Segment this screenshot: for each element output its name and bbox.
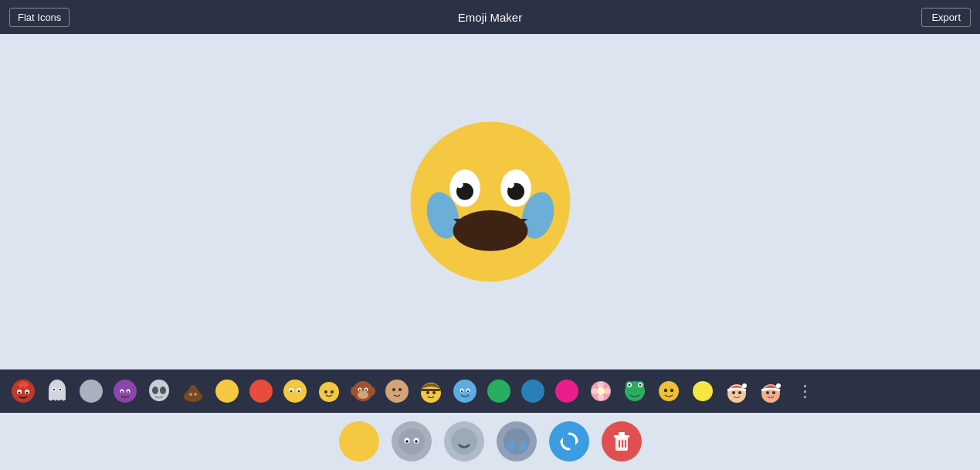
svg-point-46 — [290, 390, 293, 393]
icon-item-skin[interactable] — [381, 375, 413, 407]
svg-point-47 — [298, 390, 300, 393]
icon-strip: ⋮ — [0, 370, 980, 413]
icon-item-monkey[interactable] — [347, 375, 379, 407]
icon-item-bell[interactable] — [653, 375, 685, 407]
svg-point-59 — [359, 389, 361, 390]
more-icons-button[interactable]: ⋮ — [788, 375, 821, 407]
icon-item-blue-circle[interactable] — [517, 375, 549, 407]
svg-point-22 — [80, 380, 103, 403]
svg-point-92 — [693, 381, 713, 401]
icon-item-poop[interactable] — [177, 375, 209, 407]
svg-rect-65 — [421, 389, 441, 391]
svg-point-52 — [331, 390, 334, 393]
svg-point-75 — [555, 380, 578, 403]
svg-point-99 — [766, 391, 769, 394]
icon-item-santa2[interactable] — [754, 375, 787, 407]
icon-item-ghost[interactable] — [41, 375, 73, 407]
icon-item-purple-devil[interactable] — [109, 375, 141, 407]
flat-icons-button[interactable]: Flat Icons — [9, 8, 70, 27]
icon-item-light-yellow[interactable] — [687, 375, 719, 407]
icon-item-green[interactable] — [483, 375, 515, 407]
bottom-controls — [0, 413, 980, 470]
export-button[interactable]: Export — [921, 8, 971, 27]
icon-item-yellow[interactable] — [211, 375, 243, 407]
icon-item-cat[interactable] — [313, 375, 345, 407]
app-title: Emoji Maker — [458, 11, 522, 24]
svg-point-73 — [487, 380, 510, 403]
svg-point-94 — [742, 383, 747, 388]
svg-point-67 — [432, 391, 436, 394]
svg-point-43 — [283, 380, 307, 403]
icon-item-alien[interactable] — [143, 375, 175, 407]
svg-point-78 — [598, 394, 604, 400]
svg-point-90 — [664, 389, 667, 392]
canvas-area — [0, 34, 980, 370]
svg-point-102 — [398, 428, 425, 455]
icon-item-gray[interactable] — [75, 375, 107, 407]
icon-item-yellow-face[interactable] — [279, 375, 311, 407]
svg-point-72 — [467, 390, 469, 392]
svg-point-100 — [772, 391, 775, 394]
svg-point-66 — [426, 391, 429, 394]
icon-item-cowboy[interactable] — [415, 375, 447, 407]
icon-item-red[interactable] — [245, 375, 277, 407]
svg-point-28 — [121, 391, 123, 393]
svg-point-81 — [597, 387, 605, 395]
svg-point-89 — [659, 381, 679, 401]
svg-point-91 — [670, 389, 673, 392]
svg-rect-114 — [614, 435, 629, 438]
svg-rect-115 — [619, 432, 625, 435]
svg-point-61 — [385, 380, 409, 403]
svg-point-55 — [368, 387, 375, 396]
svg-point-79 — [592, 388, 598, 394]
svg-point-63 — [398, 388, 402, 391]
svg-point-40 — [195, 393, 196, 395]
svg-point-98 — [776, 383, 781, 388]
icon-item-pink[interactable] — [551, 375, 583, 407]
svg-point-88 — [639, 384, 642, 387]
svg-point-8 — [456, 182, 463, 189]
svg-point-32 — [160, 387, 166, 394]
eyes-dots-button[interactable] — [392, 421, 432, 461]
svg-point-71 — [461, 390, 463, 392]
svg-point-23 — [114, 380, 137, 403]
svg-point-105 — [405, 440, 409, 443]
svg-point-95 — [732, 391, 735, 394]
svg-point-42 — [249, 380, 273, 403]
svg-point-31 — [152, 387, 158, 394]
svg-point-29 — [127, 391, 129, 393]
delete-button[interactable] — [602, 421, 642, 461]
svg-point-62 — [392, 388, 395, 391]
svg-point-15 — [26, 392, 29, 394]
svg-point-48 — [319, 382, 339, 402]
icon-item-flower[interactable] — [585, 375, 617, 407]
svg-point-41 — [215, 380, 239, 403]
svg-point-87 — [629, 384, 631, 387]
base-yellow-button[interactable] — [339, 421, 379, 461]
randomize-button[interactable] — [549, 421, 589, 461]
svg-point-106 — [415, 440, 418, 443]
svg-point-56 — [358, 391, 368, 399]
icon-item-demon[interactable] — [7, 375, 39, 407]
svg-rect-116 — [619, 440, 620, 448]
svg-point-39 — [190, 393, 192, 395]
icon-item-santa1[interactable] — [721, 375, 753, 407]
svg-point-101 — [346, 428, 372, 455]
header: Flat Icons Emoji Maker Export — [0, 0, 980, 34]
svg-point-77 — [598, 382, 604, 388]
svg-point-54 — [351, 387, 358, 396]
icon-item-blue[interactable] — [449, 375, 481, 407]
svg-point-36 — [190, 385, 196, 391]
svg-point-51 — [324, 390, 327, 393]
svg-point-107 — [451, 428, 477, 455]
emoji-preview — [405, 117, 575, 287]
icon-item-frog[interactable] — [619, 375, 651, 407]
expression-tear-button[interactable] — [497, 421, 537, 461]
svg-point-74 — [521, 380, 544, 403]
svg-point-9 — [507, 182, 514, 189]
svg-point-68 — [453, 380, 476, 403]
svg-point-21 — [59, 389, 61, 390]
svg-rect-118 — [625, 440, 626, 448]
svg-point-14 — [19, 392, 21, 394]
mouth-smile-button[interactable] — [444, 421, 484, 461]
